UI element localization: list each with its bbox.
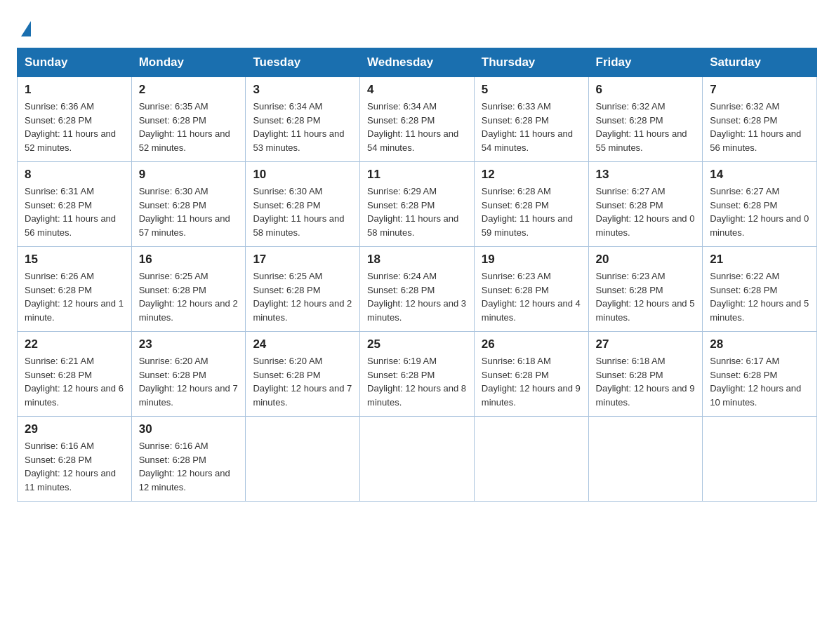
calendar-cell: [246, 417, 360, 502]
day-number: 28: [710, 337, 809, 351]
day-info: Sunrise: 6:31 AMSunset: 6:28 PMDaylight:…: [25, 185, 124, 239]
day-number: 11: [367, 168, 467, 182]
day-info: Sunrise: 6:21 AMSunset: 6:28 PMDaylight:…: [25, 354, 124, 409]
day-info: Sunrise: 6:19 AMSunset: 6:28 PMDaylight:…: [367, 354, 467, 409]
day-info: Sunrise: 6:27 AMSunset: 6:28 PMDaylight:…: [710, 185, 809, 239]
day-info: Sunrise: 6:30 AMSunset: 6:28 PMDaylight:…: [253, 185, 352, 239]
calendar-cell: [703, 417, 817, 502]
day-number: 20: [596, 253, 696, 267]
calendar-cell: 25Sunrise: 6:19 AMSunset: 6:28 PMDayligh…: [360, 332, 475, 417]
calendar-cell: 22Sunrise: 6:21 AMSunset: 6:28 PMDayligh…: [18, 332, 132, 417]
day-number: 15: [25, 253, 124, 267]
day-number: 9: [139, 168, 239, 182]
day-info: Sunrise: 6:16 AMSunset: 6:28 PMDaylight:…: [139, 439, 239, 494]
day-info: Sunrise: 6:34 AMSunset: 6:28 PMDaylight:…: [253, 100, 352, 154]
calendar-cell: 18Sunrise: 6:24 AMSunset: 6:28 PMDayligh…: [360, 247, 475, 332]
day-number: 14: [710, 168, 809, 182]
day-info: Sunrise: 6:23 AMSunset: 6:28 PMDaylight:…: [482, 269, 581, 324]
day-info: Sunrise: 6:25 AMSunset: 6:28 PMDaylight:…: [139, 269, 239, 324]
logo: [17, 17, 31, 36]
day-number: 30: [139, 422, 239, 436]
day-number: 2: [139, 83, 239, 97]
calendar-cell: 28Sunrise: 6:17 AMSunset: 6:28 PMDayligh…: [703, 332, 817, 417]
day-info: Sunrise: 6:27 AMSunset: 6:28 PMDaylight:…: [596, 185, 696, 239]
day-number: 17: [253, 253, 352, 267]
calendar-cell: 15Sunrise: 6:26 AMSunset: 6:28 PMDayligh…: [18, 247, 132, 332]
calendar-cell: 9Sunrise: 6:30 AMSunset: 6:28 PMDaylight…: [131, 162, 246, 247]
day-number: 18: [367, 253, 467, 267]
day-info: Sunrise: 6:30 AMSunset: 6:28 PMDaylight:…: [139, 185, 239, 239]
calendar-cell: 2Sunrise: 6:35 AMSunset: 6:28 PMDaylight…: [131, 77, 246, 162]
day-number: 26: [482, 337, 581, 351]
calendar-cell: 10Sunrise: 6:30 AMSunset: 6:28 PMDayligh…: [246, 162, 360, 247]
day-number: 22: [25, 337, 124, 351]
week-row-3: 15Sunrise: 6:26 AMSunset: 6:28 PMDayligh…: [18, 247, 817, 332]
day-number: 25: [367, 337, 467, 351]
day-number: 3: [253, 83, 352, 97]
page-header: [17, 17, 817, 36]
day-number: 8: [25, 168, 124, 182]
day-info: Sunrise: 6:35 AMSunset: 6:28 PMDaylight:…: [139, 100, 239, 154]
calendar-cell: 4Sunrise: 6:34 AMSunset: 6:28 PMDaylight…: [360, 77, 475, 162]
day-info: Sunrise: 6:28 AMSunset: 6:28 PMDaylight:…: [482, 185, 581, 239]
calendar-cell: 3Sunrise: 6:34 AMSunset: 6:28 PMDaylight…: [246, 77, 360, 162]
calendar-cell: 14Sunrise: 6:27 AMSunset: 6:28 PMDayligh…: [703, 162, 817, 247]
column-header-monday: Monday: [131, 48, 246, 77]
day-info: Sunrise: 6:24 AMSunset: 6:28 PMDaylight:…: [367, 269, 467, 324]
week-row-5: 29Sunrise: 6:16 AMSunset: 6:28 PMDayligh…: [18, 417, 817, 502]
calendar-cell: 12Sunrise: 6:28 AMSunset: 6:28 PMDayligh…: [474, 162, 588, 247]
calendar-cell: 8Sunrise: 6:31 AMSunset: 6:28 PMDaylight…: [18, 162, 132, 247]
calendar-cell: 30Sunrise: 6:16 AMSunset: 6:28 PMDayligh…: [131, 417, 246, 502]
day-number: 7: [710, 83, 809, 97]
day-info: Sunrise: 6:18 AMSunset: 6:28 PMDaylight:…: [482, 354, 581, 409]
day-number: 23: [139, 337, 239, 351]
day-info: Sunrise: 6:33 AMSunset: 6:28 PMDaylight:…: [482, 100, 581, 154]
day-number: 21: [710, 253, 809, 267]
calendar-cell: 19Sunrise: 6:23 AMSunset: 6:28 PMDayligh…: [474, 247, 588, 332]
calendar-cell: 13Sunrise: 6:27 AMSunset: 6:28 PMDayligh…: [588, 162, 703, 247]
day-info: Sunrise: 6:25 AMSunset: 6:28 PMDaylight:…: [253, 269, 352, 324]
calendar-cell: 26Sunrise: 6:18 AMSunset: 6:28 PMDayligh…: [474, 332, 588, 417]
calendar-cell: 21Sunrise: 6:22 AMSunset: 6:28 PMDayligh…: [703, 247, 817, 332]
day-info: Sunrise: 6:20 AMSunset: 6:28 PMDaylight:…: [139, 354, 239, 409]
column-header-wednesday: Wednesday: [360, 48, 475, 77]
calendar-cell: 29Sunrise: 6:16 AMSunset: 6:28 PMDayligh…: [18, 417, 132, 502]
calendar-cell: 27Sunrise: 6:18 AMSunset: 6:28 PMDayligh…: [588, 332, 703, 417]
day-number: 19: [482, 253, 581, 267]
calendar-cell: 17Sunrise: 6:25 AMSunset: 6:28 PMDayligh…: [246, 247, 360, 332]
day-number: 5: [482, 83, 581, 97]
day-number: 24: [253, 337, 352, 351]
day-number: 27: [596, 337, 696, 351]
day-number: 4: [367, 83, 467, 97]
day-number: 10: [253, 168, 352, 182]
day-info: Sunrise: 6:32 AMSunset: 6:28 PMDaylight:…: [596, 100, 696, 154]
day-info: Sunrise: 6:23 AMSunset: 6:28 PMDaylight:…: [596, 269, 696, 324]
calendar-cell: [360, 417, 475, 502]
logo-triangle-icon: [21, 21, 31, 36]
day-info: Sunrise: 6:26 AMSunset: 6:28 PMDaylight:…: [25, 269, 124, 324]
column-header-saturday: Saturday: [703, 48, 817, 77]
calendar-cell: [474, 417, 588, 502]
week-row-4: 22Sunrise: 6:21 AMSunset: 6:28 PMDayligh…: [18, 332, 817, 417]
week-row-2: 8Sunrise: 6:31 AMSunset: 6:28 PMDaylight…: [18, 162, 817, 247]
day-number: 29: [25, 422, 124, 436]
day-info: Sunrise: 6:29 AMSunset: 6:28 PMDaylight:…: [367, 185, 467, 239]
day-info: Sunrise: 6:32 AMSunset: 6:28 PMDaylight:…: [710, 100, 809, 154]
calendar-cell: 16Sunrise: 6:25 AMSunset: 6:28 PMDayligh…: [131, 247, 246, 332]
day-info: Sunrise: 6:17 AMSunset: 6:28 PMDaylight:…: [710, 354, 809, 409]
week-row-1: 1Sunrise: 6:36 AMSunset: 6:28 PMDaylight…: [18, 77, 817, 162]
day-info: Sunrise: 6:20 AMSunset: 6:28 PMDaylight:…: [253, 354, 352, 409]
day-info: Sunrise: 6:36 AMSunset: 6:28 PMDaylight:…: [25, 100, 124, 154]
calendar-header-row: SundayMondayTuesdayWednesdayThursdayFrid…: [18, 48, 817, 77]
column-header-thursday: Thursday: [474, 48, 588, 77]
column-header-sunday: Sunday: [18, 48, 132, 77]
calendar-cell: 23Sunrise: 6:20 AMSunset: 6:28 PMDayligh…: [131, 332, 246, 417]
column-header-tuesday: Tuesday: [246, 48, 360, 77]
day-number: 13: [596, 168, 696, 182]
calendar-table: SundayMondayTuesdayWednesdayThursdayFrid…: [17, 48, 817, 502]
calendar-cell: 1Sunrise: 6:36 AMSunset: 6:28 PMDaylight…: [18, 77, 132, 162]
calendar-cell: [588, 417, 703, 502]
calendar-cell: 7Sunrise: 6:32 AMSunset: 6:28 PMDaylight…: [703, 77, 817, 162]
day-number: 1: [25, 83, 124, 97]
calendar-cell: 11Sunrise: 6:29 AMSunset: 6:28 PMDayligh…: [360, 162, 475, 247]
